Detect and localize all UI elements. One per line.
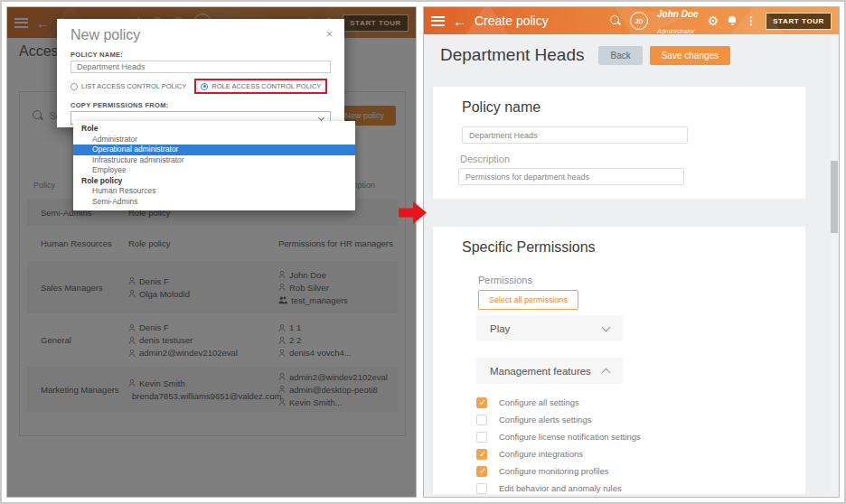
- policy-name-input[interactable]: Department Heads: [70, 61, 331, 73]
- accordion-play-label: Play: [490, 323, 510, 334]
- access-control-window: ← Access control ? DV Denis Vovchenko ⚙ …: [6, 6, 417, 498]
- list-policy-radio-label: LIST ACCESS CONTROL POLICY: [81, 82, 186, 90]
- back-arrow-icon[interactable]: ←: [453, 14, 466, 28]
- checkbox[interactable]: [476, 466, 487, 477]
- checkbox[interactable]: [476, 432, 487, 443]
- permissions-checkbox-list: Configure all settingsConfigure alerts s…: [476, 394, 796, 497]
- accordion-play[interactable]: Play: [476, 315, 623, 341]
- list-policy-radio[interactable]: [70, 83, 78, 90]
- checkbox-label: Configure all settings: [499, 397, 579, 407]
- bell-icon[interactable]: [728, 16, 737, 25]
- save-changes-button[interactable]: Save changes: [650, 46, 730, 65]
- description-label: Description: [460, 154, 510, 164]
- checkbox[interactable]: [476, 397, 487, 408]
- policy-description-input[interactable]: Permissions for department heads: [458, 168, 684, 185]
- user-role: Administrator: [657, 28, 694, 34]
- permission-checkbox-row: Configure license notification settings: [476, 428, 796, 445]
- permission-checkbox-row: Configure all settings: [476, 394, 796, 411]
- checkbox-label: Configure license notification settings: [499, 432, 641, 442]
- page-title: Department Heads: [440, 45, 584, 65]
- dropdown-option[interactable]: Human Resources: [73, 186, 355, 197]
- checkbox-label: Configure alerts settings: [499, 415, 591, 425]
- checkbox-label: Configure integrations: [499, 449, 583, 459]
- red-arrow: [399, 201, 428, 225]
- specific-permissions-card: Specific Permissions Permissions Select …: [433, 227, 805, 494]
- chevron-up-icon: [602, 369, 611, 378]
- scrollbar[interactable]: [831, 34, 838, 496]
- accordion-management-features-label: Management features: [490, 366, 591, 377]
- copy-permissions-label: COPY PERMISSIONS FROM:: [70, 101, 331, 109]
- red-highlight-box: ROLE ACCESS CONTROL POLICY: [194, 79, 327, 94]
- permissions-label: Permissions: [478, 275, 532, 285]
- policy-name-heading: Policy name: [462, 99, 540, 116]
- new-policy-modal: New policy × POLICY NAME: Department Hea…: [57, 19, 344, 127]
- scrollbar-thumb[interactable]: [831, 161, 838, 233]
- permission-checkbox-row: Edit behavior and anomaly rules: [476, 480, 796, 497]
- right-app-header: ← Create policy JD John Doe Administrato…: [424, 7, 839, 34]
- permission-checkbox-row: Configure integrations: [476, 445, 796, 462]
- back-button[interactable]: Back: [598, 46, 642, 65]
- checkbox-label: Configure monitoring profiles: [499, 466, 608, 476]
- dropdown-option[interactable]: Administrator: [73, 135, 355, 145]
- permission-checkbox-row: Configure alerts settings: [476, 411, 796, 428]
- chevron-down-icon: [318, 115, 324, 121]
- dropdown-group-label: Role: [73, 124, 355, 135]
- search-icon[interactable]: [610, 15, 621, 26]
- permission-checkbox-row: Configure monitoring profiles: [476, 462, 796, 480]
- checkbox-label: Edit behavior and anomaly rules: [499, 483, 622, 493]
- policy-name-label: POLICY NAME:: [70, 51, 331, 59]
- dropdown-group-label: Role policy: [73, 176, 355, 187]
- menu-icon[interactable]: [431, 16, 445, 26]
- specific-permissions-heading: Specific Permissions: [462, 239, 596, 256]
- chevron-down-icon: [602, 322, 611, 331]
- close-icon[interactable]: ×: [325, 27, 333, 41]
- create-policy-window: ← Create policy JD John Doe Administrato…: [423, 6, 840, 498]
- role-policy-radio[interactable]: [201, 83, 208, 90]
- role-policy-radio-label: ROLE ACCESS CONTROL POLICY: [212, 82, 321, 90]
- dropdown-option[interactable]: Operational administrator: [73, 145, 355, 155]
- modal-title: New policy: [70, 27, 331, 43]
- accordion-management-features[interactable]: Management features: [476, 358, 623, 384]
- dropdown-option[interactable]: Infrastructure administrator: [73, 155, 355, 166]
- dropdown-option[interactable]: Semi-Admins: [73, 197, 355, 208]
- select-all-permissions-button[interactable]: Select all permissions: [478, 290, 578, 310]
- policy-name-card: Policy name Department Heads Description…: [433, 87, 805, 199]
- copy-permissions-dropdown-list: RoleAdministratorOperational administrat…: [73, 121, 355, 210]
- checkbox[interactable]: [476, 449, 487, 460]
- dropdown-option[interactable]: Employee: [73, 165, 355, 176]
- checkbox[interactable]: [476, 415, 487, 425]
- policy-name-input[interactable]: Department Heads: [462, 126, 688, 144]
- checkbox[interactable]: [476, 483, 487, 494]
- gear-icon[interactable]: ⚙: [708, 14, 719, 27]
